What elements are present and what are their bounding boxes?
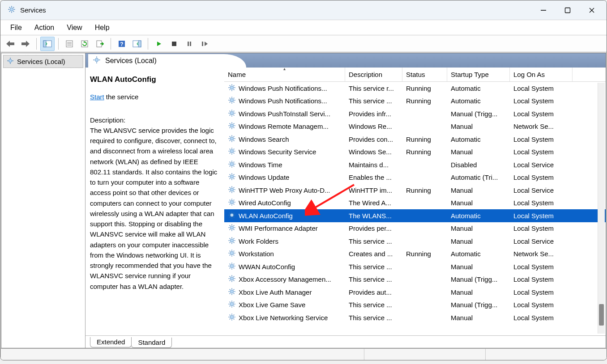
properties-button[interactable] — [62, 37, 77, 51]
svg-point-84 — [230, 150, 234, 153]
table-row[interactable]: Windows Push Notifications...This servic… — [224, 82, 606, 95]
table-row[interactable]: WorkstationCreates and ...RunningAutomat… — [224, 248, 606, 261]
show-hide-action-pane-button[interactable] — [130, 37, 144, 51]
table-row[interactable]: Windows TimeMaintains d...DisabledLocal … — [224, 158, 606, 171]
svg-line-134 — [230, 213, 231, 214]
svg-line-155 — [234, 242, 235, 243]
status-bar — [0, 348, 607, 360]
maximize-button[interactable] — [556, 2, 580, 19]
cell-logon: Local System — [510, 174, 573, 181]
col-header-startup[interactable]: Startup Type — [447, 68, 510, 81]
table-row[interactable]: Xbox Accessory Managemen...This service … — [224, 273, 606, 286]
tab-extended[interactable]: Extended — [90, 337, 132, 347]
svg-line-90 — [234, 149, 235, 150]
export-button[interactable] — [93, 37, 107, 51]
start-service-button[interactable] — [152, 37, 166, 51]
menu-action[interactable]: Action — [28, 22, 60, 34]
cell-startup: Manual — [447, 148, 510, 156]
svg-line-108 — [234, 174, 235, 175]
table-row[interactable]: Windows UpdateEnables the ...Automatic (… — [224, 171, 606, 184]
refresh-button[interactable] — [77, 37, 92, 51]
cell-startup: Manual (Trigg... — [447, 110, 510, 118]
svg-line-47 — [234, 89, 235, 90]
close-button[interactable] — [580, 2, 604, 19]
tab-standard[interactable]: Standard — [131, 338, 172, 348]
table-row[interactable]: Xbox Live Auth ManagerProvides aut...Man… — [224, 286, 606, 299]
col-header-name[interactable]: Name▴ — [224, 68, 345, 81]
svg-point-102 — [230, 175, 234, 179]
svg-line-53 — [230, 98, 231, 99]
cell-startup: Manual — [447, 224, 510, 232]
svg-line-55 — [230, 102, 231, 103]
start-service-link[interactable]: Start — [90, 93, 104, 101]
cell-name: WWAN AutoConfig — [239, 263, 295, 271]
cell-description: The Wired A... — [345, 199, 402, 207]
svg-point-201 — [230, 315, 234, 319]
table-row[interactable]: WLAN AutoConfigThe WLANS...AutomaticLoca… — [224, 209, 606, 222]
menu-view[interactable]: View — [60, 22, 88, 34]
table-row[interactable]: Xbox Live Networking ServiceThis service… — [224, 311, 606, 324]
table-row[interactable]: Windows SearchProvides con...RunningAuto… — [224, 133, 606, 146]
table-row[interactable]: Windows Push Notifications...This servic… — [224, 95, 606, 108]
gear-icon — [228, 224, 236, 233]
back-button[interactable] — [3, 37, 17, 51]
col-header-description[interactable]: Description — [345, 68, 402, 81]
table-row[interactable]: WMI Performance AdapterProvides per...Ma… — [224, 222, 606, 235]
table-row[interactable]: Windows Remote Managem...Windows Re...Ma… — [224, 120, 606, 133]
table-row[interactable]: WWAN AutoConfigThis service ...ManualLoc… — [224, 260, 606, 273]
gear-icon — [228, 96, 236, 106]
col-header-logon[interactable]: Log On As — [510, 68, 573, 81]
table-row[interactable]: Windows Security ServiceWindows Se...Run… — [224, 146, 606, 159]
cell-startup: Manual (Trigg... — [447, 275, 510, 283]
cell-name: Windows PushToInstall Servi... — [239, 110, 330, 118]
svg-line-8 — [13, 11, 14, 12]
restart-service-button[interactable] — [197, 37, 212, 51]
table-row[interactable]: Wired AutoConfigThe Wired A...ManualLoca… — [224, 197, 606, 210]
stop-service-button[interactable] — [167, 37, 181, 51]
forward-button[interactable] — [18, 37, 33, 51]
cell-description: Windows Se... — [345, 148, 402, 156]
svg-line-197 — [230, 302, 231, 303]
menu-help[interactable]: Help — [89, 22, 116, 34]
svg-point-129 — [230, 213, 234, 217]
view-tab-services-local[interactable]: Services (Local) — [88, 54, 246, 68]
cell-logon: Local System — [510, 85, 573, 92]
gear-icon — [228, 211, 236, 220]
cell-startup: Automatic — [447, 97, 510, 105]
svg-line-45 — [234, 85, 235, 86]
svg-line-152 — [230, 238, 231, 239]
table-row[interactable]: Xbox Live Game SaveThis service ...Manua… — [224, 299, 606, 312]
tree-root-label: Services (Local) — [17, 58, 65, 65]
svg-line-171 — [234, 264, 235, 265]
svg-line-92 — [234, 153, 235, 154]
help-button[interactable]: ? — [115, 37, 129, 51]
cell-startup: Manual — [447, 123, 510, 130]
scroll-thumb[interactable] — [599, 304, 604, 326]
show-hide-tree-button[interactable] — [40, 37, 55, 51]
svg-point-75 — [230, 137, 234, 140]
cell-name: Workstation — [239, 250, 274, 258]
svg-point-183 — [230, 290, 234, 293]
description-label: Description: — [90, 115, 220, 125]
cell-startup: Manual — [447, 237, 510, 245]
menu-file[interactable]: File — [4, 22, 28, 34]
table-row[interactable]: WinHTTP Web Proxy Auto-D...WinHTTP im...… — [224, 184, 606, 197]
minimize-button[interactable] — [531, 2, 556, 19]
svg-line-162 — [234, 251, 235, 252]
results-pane: Services (Local) WLAN AutoConfig Start t… — [85, 53, 606, 348]
col-header-status[interactable]: Status — [402, 68, 447, 81]
svg-point-111 — [230, 188, 234, 191]
tree-root-services-local[interactable]: Services (Local) — [3, 55, 83, 68]
svg-point-93 — [230, 162, 234, 166]
svg-point-165 — [230, 264, 234, 268]
cell-status: Running — [402, 250, 447, 258]
svg-point-147 — [230, 239, 234, 242]
table-row[interactable]: Windows PushToInstall Servi...Provides i… — [224, 107, 606, 120]
services-app-icon — [8, 5, 16, 15]
vertical-scrollbar[interactable] — [598, 83, 605, 334]
pause-service-button[interactable] — [182, 37, 197, 51]
table-row[interactable]: Work FoldersThis service ...ManualLocal … — [224, 235, 606, 248]
svg-rect-14 — [43, 41, 46, 47]
detail-pane: WLAN AutoConfig Start the service Descri… — [85, 68, 224, 335]
cell-description: This service ... — [345, 301, 402, 309]
